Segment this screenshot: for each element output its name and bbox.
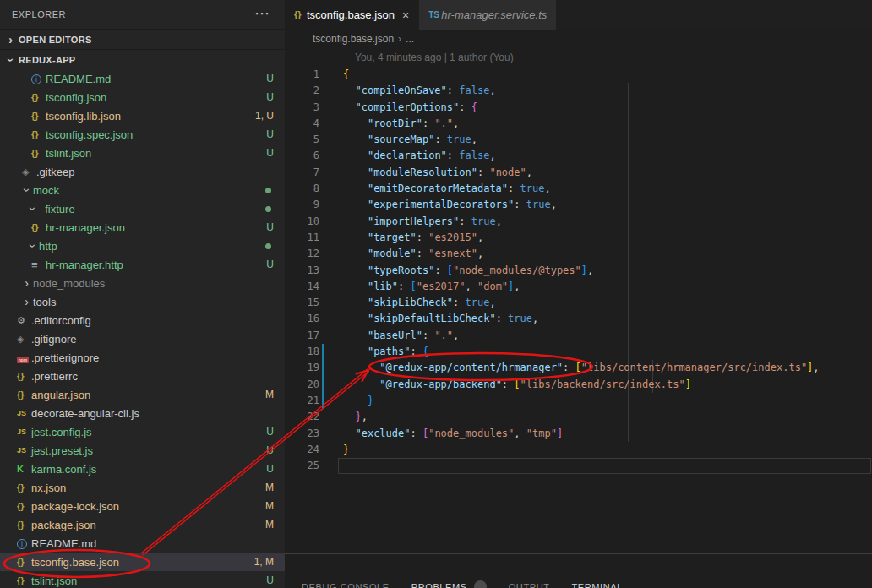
line-number: 14 <box>285 279 319 295</box>
git-status-badge: U <box>266 91 274 103</box>
file-name: tsconfig.json <box>46 91 106 104</box>
current-line-highlight <box>338 458 871 474</box>
tab-tsconfig-base-json[interactable]: {}tsconfig.base.json× <box>285 0 418 30</box>
line-number: 15 <box>285 295 319 311</box>
line-number: 18 <box>285 344 319 360</box>
code-text: "moduleResolution": "node", <box>343 165 532 181</box>
tree-item-jest-preset-js[interactable]: JSjest.preset.jsU <box>0 441 285 460</box>
line-number: 24 <box>285 442 319 458</box>
json-icon: {} <box>17 558 31 567</box>
code-text: "compilerOptions": { <box>343 100 477 116</box>
tree-item-readme-md[interactable]: iREADME.mdU <box>0 69 285 88</box>
code-line-1[interactable]: 1{ <box>285 67 872 83</box>
git-status-badge: U <box>266 128 274 140</box>
code-line-11[interactable]: 11 "target": "es2015", <box>285 230 872 246</box>
tree-item-gitkeep[interactable]: ◈.gitkeep <box>0 162 285 181</box>
tree-item-tslint-json[interactable]: {}tslint.jsonU <box>0 571 285 588</box>
editor-group: {}tsconfig.base.json×TShr-manager.servic… <box>285 0 872 553</box>
tree-item-tsconfig-json[interactable]: {}tsconfig.jsonU <box>0 88 285 106</box>
code-line-17[interactable]: 17 "baseUrl": ".", <box>285 328 872 344</box>
tree-item-karma-conf-js[interactable]: Kkarma.conf.jsU <box>0 460 285 478</box>
code-line-7[interactable]: 7 "moduleResolution": "node", <box>285 165 872 181</box>
tree-item-http[interactable]: ›http <box>0 237 285 255</box>
tree-item-jest-config-js[interactable]: JSjest.config.jsU <box>0 422 285 441</box>
file-name: package.json <box>31 519 96 531</box>
file-name: tsconfig.lib.json <box>46 110 121 122</box>
tree-item-tslint-json[interactable]: {}tslint.jsonU <box>0 144 285 162</box>
file-name: nx.json <box>31 482 66 494</box>
code-line-16[interactable]: 16 "skipDefaultLibCheck": true, <box>285 311 872 327</box>
line-number: 3 <box>285 100 319 116</box>
line-number: 19 <box>285 360 319 376</box>
tree-item-hr-manager-http[interactable]: ≡hr-manager.httpU <box>0 255 285 274</box>
code-line-21[interactable]: 21 } <box>285 393 872 409</box>
git-status-badge: M <box>265 500 274 512</box>
line-number: 25 <box>285 458 319 474</box>
more-actions-icon[interactable]: ⋯ <box>254 4 270 23</box>
code-line-22[interactable]: 22 }, <box>285 409 872 425</box>
breadcrumb-more[interactable]: ... <box>406 33 414 45</box>
code-line-3[interactable]: 3 "compilerOptions": { <box>285 100 872 116</box>
tree-item-hr-manager-json[interactable]: {}hr-manager.jsonU <box>0 218 285 237</box>
tree-item-editorconfig[interactable]: ⚙.editorconfig <box>0 311 285 329</box>
code-line-6[interactable]: 6 "declaration": false, <box>285 148 872 164</box>
open-editors-section[interactable]: › OPEN EDITORS <box>0 29 285 49</box>
code-line-20[interactable]: 20 "@redux-app/backend": ["libs/backend/… <box>285 377 872 393</box>
tree-item-tsconfig-base-json[interactable]: {}tsconfig.base.json1, M <box>0 553 285 571</box>
code-line-9[interactable]: 9 "experimentalDecorators": true, <box>285 197 872 213</box>
code-line-15[interactable]: 15 "skipLibCheck": true, <box>285 295 872 311</box>
breadcrumb-file[interactable]: tsconfig.base.json <box>313 33 394 45</box>
tree-item-nx-json[interactable]: {}nx.jsonM <box>0 478 285 497</box>
tree-item-prettierignore[interactable]: npm.prettierignore <box>0 348 285 367</box>
tree-item-package-json[interactable]: {}package.jsonM <box>0 515 285 534</box>
code-line-13[interactable]: 13 "typeRoots": ["node_modules/@types"], <box>285 263 872 279</box>
tree-item-prettierrc[interactable]: {}.prettierrc <box>0 367 285 385</box>
code-line-18[interactable]: 18 "paths": { <box>285 344 872 360</box>
code-line-8[interactable]: 8 "emitDecoratorMetadata": true, <box>285 181 872 197</box>
file-name: hr-manager.json <box>46 221 125 234</box>
git-status-badge: U <box>266 73 274 84</box>
panel-tab-terminal[interactable]: TERMINAL <box>572 582 623 588</box>
code-line-5[interactable]: 5 "sourceMap": true, <box>285 132 872 148</box>
open-editors-label: OPEN EDITORS <box>19 35 92 45</box>
project-root-section[interactable]: › REDUX-APP <box>0 49 285 69</box>
code-area[interactable]: 1{2 "compileOnSave": false,3 "compilerOp… <box>285 67 872 474</box>
panel-tab-debug-console[interactable]: DEBUG CONSOLE <box>302 582 390 588</box>
tree-item-gitignore[interactable]: ◈.gitignore <box>0 329 285 348</box>
tree-item-mock[interactable]: ›mock <box>0 181 285 199</box>
tree-item-fixture[interactable]: ›_fixture <box>0 199 285 218</box>
line-number: 21 <box>285 393 319 409</box>
tree-item-tools[interactable]: ›tools <box>0 292 285 311</box>
tree-item-decorate-angular-cli-js[interactable]: JSdecorate-angular-cli.js <box>0 404 285 422</box>
git-modified-dot-badge <box>265 243 271 249</box>
gitlens-blame-annotation: You, 4 minutes ago | 1 author (You) <box>355 49 514 65</box>
tab-hr-manager-service-ts[interactable]: TShr-manager.service.ts <box>419 0 556 30</box>
chevron-down-icon: › <box>21 184 33 197</box>
code-text: "@redux-app/backend": ["libs/backend/src… <box>343 377 691 393</box>
tree-item-node-modules[interactable]: ›node_modules <box>0 274 285 292</box>
code-line-4[interactable]: 4 "rootDir": ".", <box>285 116 872 132</box>
tree-item-angular-json[interactable]: {}angular.jsonM <box>0 385 285 404</box>
code-line-14[interactable]: 14 "lib": ["es2017", "dom"], <box>285 279 872 295</box>
close-icon[interactable]: × <box>402 9 409 21</box>
tree-item-tsconfig-spec-json[interactable]: {}tsconfig.spec.jsonU <box>0 125 285 144</box>
tree-item-tsconfig-lib-json[interactable]: {}tsconfig.lib.json1, U <box>0 106 285 125</box>
code-line-23[interactable]: 23 "exclude": ["node_modules", "tmp"] <box>285 426 872 442</box>
tab-label: tsconfig.base.json <box>307 8 395 21</box>
panel-tab-label: OUTPUT <box>509 582 550 588</box>
code-line-10[interactable]: 10 "importHelpers": true, <box>285 214 872 230</box>
tree-item-readme-md[interactable]: iREADME.md <box>0 534 285 553</box>
code-text: "typeRoots": ["node_modules/@types"], <box>343 263 593 279</box>
line-number: 13 <box>285 263 319 279</box>
panel-tab-problems[interactable]: PROBLEMS <box>411 580 487 588</box>
code-line-12[interactable]: 12 "module": "esnext", <box>285 246 872 262</box>
panel-tab-output[interactable]: OUTPUT <box>509 582 550 588</box>
tree-item-package-lock-json[interactable]: {}package-lock.jsonM <box>0 497 285 515</box>
code-line-24[interactable]: 24} <box>285 442 872 458</box>
panel-tab-bar: DEBUG CONSOLEPROBLEMSOUTPUTTERMINAL <box>302 580 623 588</box>
line-number: 2 <box>285 83 319 99</box>
code-line-2[interactable]: 2 "compileOnSave": false, <box>285 83 872 99</box>
breadcrumb[interactable]: tsconfig.base.json › ... <box>285 30 872 48</box>
code-line-19[interactable]: 19 "@redux-app/content/hrmanager": ["lib… <box>285 360 872 376</box>
tab-label: hr-manager.service.ts <box>441 8 547 21</box>
